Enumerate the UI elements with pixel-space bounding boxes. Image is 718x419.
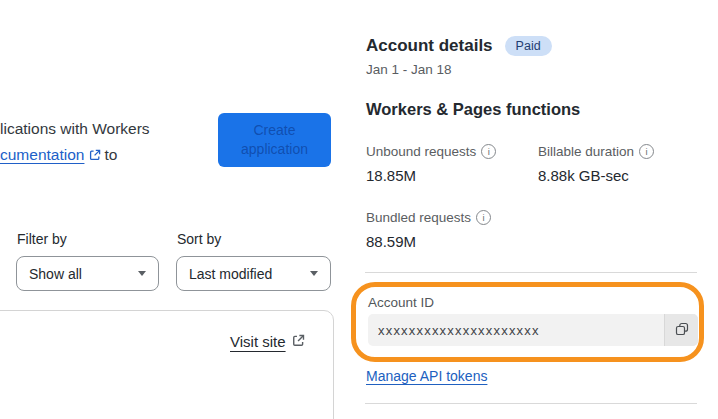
sort-by-label: Sort by bbox=[177, 231, 221, 247]
intro-line-1: lications with Workers bbox=[0, 116, 150, 142]
stat-label: Billable duration bbox=[538, 144, 708, 159]
stat-value: 88.59M bbox=[366, 233, 536, 250]
account-id-input[interactable] bbox=[368, 314, 664, 346]
filter-dropdown[interactable]: Show all bbox=[16, 256, 159, 291]
workers-pages-section-title: Workers & Pages functions bbox=[366, 100, 580, 119]
stat-label: Bundled requests bbox=[366, 210, 536, 225]
intro-text: lications with Workers cumentationto bbox=[0, 116, 150, 169]
info-icon[interactable] bbox=[481, 144, 496, 159]
account-details-header: Account details Paid bbox=[366, 36, 552, 56]
intro-line-2-suffix: to bbox=[104, 146, 117, 163]
filter-dropdown-value: Show all bbox=[29, 266, 82, 282]
sort-dropdown[interactable]: Last modified bbox=[176, 256, 331, 291]
manage-api-tokens-link[interactable]: Manage API tokens bbox=[366, 368, 487, 384]
applications-card bbox=[0, 310, 334, 419]
stat-label: Unbound requests bbox=[366, 144, 536, 159]
stat-unbound-requests: Unbound requests 18.85M bbox=[366, 144, 536, 184]
copy-icon bbox=[675, 322, 689, 339]
external-link-icon bbox=[292, 333, 305, 350]
external-link-icon bbox=[89, 143, 101, 169]
divider bbox=[365, 403, 697, 404]
paid-badge: Paid bbox=[505, 36, 552, 56]
stat-value: 8.88k GB-sec bbox=[538, 167, 708, 184]
account-id-label: Account ID bbox=[368, 295, 434, 310]
stat-value: 18.85M bbox=[366, 167, 536, 184]
visit-site-link[interactable]: Visit site bbox=[230, 333, 305, 350]
documentation-link[interactable]: cumentation bbox=[0, 146, 84, 163]
visit-site-label: Visit site bbox=[230, 333, 286, 350]
copy-button[interactable] bbox=[664, 314, 698, 346]
info-icon[interactable] bbox=[639, 144, 654, 159]
info-icon[interactable] bbox=[476, 210, 491, 225]
dashboard-screen: lications with Workers cumentationto Cre… bbox=[0, 0, 718, 419]
divider bbox=[365, 272, 697, 273]
stat-bundled-requests: Bundled requests 88.59M bbox=[366, 210, 536, 250]
stat-billable-duration: Billable duration 8.88k GB-sec bbox=[538, 144, 708, 184]
filter-by-label: Filter by bbox=[17, 231, 67, 247]
date-range: Jan 1 - Jan 18 bbox=[366, 62, 452, 77]
caret-down-icon bbox=[138, 271, 146, 276]
account-id-field bbox=[368, 314, 698, 346]
sort-dropdown-value: Last modified bbox=[189, 266, 272, 282]
account-details-title: Account details bbox=[366, 36, 493, 56]
caret-down-icon bbox=[310, 271, 318, 276]
intro-line-2: cumentationto bbox=[0, 142, 150, 169]
create-application-button[interactable]: Create application bbox=[218, 113, 331, 167]
